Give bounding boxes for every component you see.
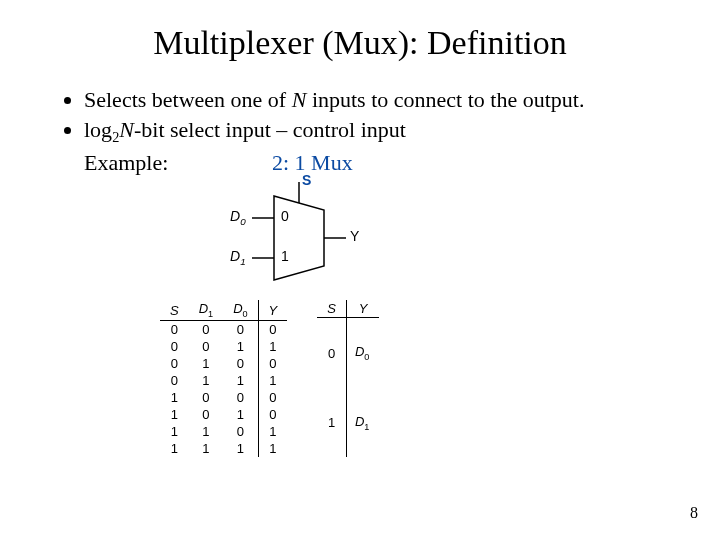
table-cell: 0 [189, 406, 223, 423]
th-s: S [160, 300, 189, 320]
table-cell: 0 [317, 318, 346, 388]
table-cell: 1 [258, 372, 287, 389]
table-cell: 1 [258, 423, 287, 440]
table-row: 1000 [160, 389, 287, 406]
diagram-d1-label: D1 [230, 248, 246, 267]
bullet-3-example: Example: [84, 149, 264, 177]
diagram-in0: 0 [281, 208, 289, 224]
bullet-1: Selects between one of N inputs to conne… [84, 86, 604, 114]
truth-table-body: 00000011010001111000101011011111 [160, 320, 287, 457]
compact-table-body: 0D01D1 [317, 318, 379, 457]
table-cell: 0 [189, 389, 223, 406]
table-cell: D1 [346, 388, 379, 457]
mux-diagram: S D0 D1 0 1 Y [210, 178, 720, 288]
bullet-list: Selects between one of N inputs to conne… [60, 86, 720, 176]
table-row: 1111 [160, 440, 287, 457]
table-cell: 0 [223, 423, 258, 440]
table-cell: 0 [160, 355, 189, 372]
table-cell: 1 [223, 372, 258, 389]
table-cell: 0 [223, 355, 258, 372]
table-cell: 0 [258, 389, 287, 406]
table-cell: 0 [160, 320, 189, 338]
tables: S D1 D0 Y 000000110100011110001010110111… [160, 300, 720, 457]
table-cell: 0 [160, 338, 189, 355]
table-cell: D0 [346, 318, 379, 388]
table-cell: 1 [258, 440, 287, 457]
table-cell: 1 [189, 372, 223, 389]
table-cell: 1 [160, 440, 189, 457]
table-row: 0011 [160, 338, 287, 355]
bullet-2: log2N-bit select input – control input [84, 116, 604, 147]
truth-table: S D1 D0 Y 000000110100011110001010110111… [160, 300, 287, 457]
diagram-s-label: S [302, 172, 311, 188]
page-title: Multiplexer (Mux): Definition [0, 24, 720, 62]
bullet-2-log: log [84, 117, 112, 142]
table-cell: 0 [258, 406, 287, 423]
bullet-2-N: N [119, 117, 134, 142]
table-cell: 1 [160, 389, 189, 406]
th-y: Y [258, 300, 287, 320]
table-row: 0D0 [317, 318, 379, 388]
bullet-3: Example: 2: 1 Mux [84, 149, 604, 177]
table-cell: 0 [160, 372, 189, 389]
diagram-in1: 1 [281, 248, 289, 264]
compact-table: S Y 0D01D1 [317, 300, 379, 457]
table-cell: 1 [223, 338, 258, 355]
table-cell: 0 [258, 320, 287, 338]
table-cell: 1 [189, 355, 223, 372]
cth-s: S [317, 300, 346, 318]
table-cell: 0 [189, 320, 223, 338]
bullet-1-text-a: Selects between one of [84, 87, 292, 112]
table-cell: 1 [160, 423, 189, 440]
table-cell: 1 [317, 388, 346, 457]
table-row: 1101 [160, 423, 287, 440]
table-row: 0100 [160, 355, 287, 372]
table-cell: 1 [189, 440, 223, 457]
bullet-1-text-b: inputs to connect to the output. [306, 87, 584, 112]
table-cell: 1 [160, 406, 189, 423]
bullet-1-N: N [292, 87, 307, 112]
table-cell: 0 [258, 355, 287, 372]
diagram-d0-label: D0 [230, 208, 246, 227]
table-cell: 1 [258, 338, 287, 355]
page-number: 8 [690, 504, 698, 522]
mux-symbol-icon [234, 178, 404, 288]
bullet-2-rest: -bit select input – control input [134, 117, 406, 142]
table-cell: 1 [223, 406, 258, 423]
table-row: 0000 [160, 320, 287, 338]
table-cell: 0 [223, 320, 258, 338]
table-cell: 1 [189, 423, 223, 440]
mux-label: 2: 1 Mux [272, 149, 353, 177]
cth-y: Y [346, 300, 379, 318]
table-cell: 0 [189, 338, 223, 355]
diagram-y-label: Y [350, 228, 359, 244]
table-cell: 1 [223, 440, 258, 457]
th-d0: D0 [223, 300, 258, 320]
table-cell: 0 [223, 389, 258, 406]
table-row: 0111 [160, 372, 287, 389]
table-row: 1010 [160, 406, 287, 423]
th-d1: D1 [189, 300, 223, 320]
table-row: 1D1 [317, 388, 379, 457]
